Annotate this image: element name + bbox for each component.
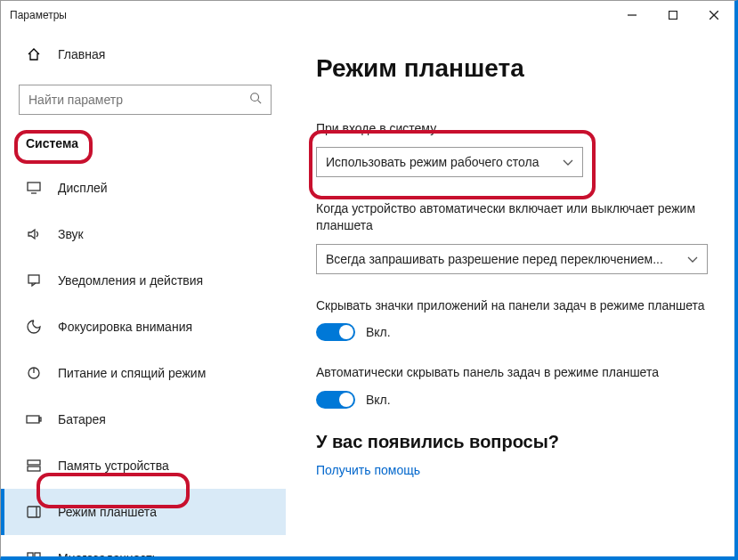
hidetaskbar-label: Автоматически скрывать панель задач в ре…: [316, 364, 715, 382]
toggle-state: Вкл.: [366, 325, 391, 339]
hideicons-toggle[interactable]: [316, 323, 355, 341]
section-title: Система: [1, 127, 286, 159]
search-input[interactable]: [28, 93, 249, 107]
display-icon: [26, 182, 42, 194]
auto-label: Когда устройство автоматически включает …: [316, 200, 715, 235]
minimize-button[interactable]: [612, 1, 653, 29]
nav-tablet[interactable]: Режим планшета: [1, 489, 286, 535]
chevron-down-icon: [563, 155, 573, 169]
nav-focus[interactable]: Фокусировка внимания: [1, 304, 286, 350]
svg-rect-1: [669, 12, 677, 20]
window-controls: [612, 1, 734, 29]
svg-rect-14: [28, 467, 40, 471]
toggle-state: Вкл.: [366, 393, 391, 407]
svg-point-4: [251, 93, 259, 101]
battery-icon: [26, 414, 42, 425]
nav-notifications[interactable]: Уведомления и действия: [1, 257, 286, 304]
home-icon: [26, 47, 42, 61]
focus-icon: [26, 320, 42, 334]
storage-icon: [26, 459, 42, 472]
svg-rect-11: [27, 416, 39, 423]
power-icon: [26, 366, 42, 380]
nav-label: Дисплей: [58, 181, 108, 195]
svg-rect-13: [28, 460, 40, 465]
svg-rect-15: [28, 507, 40, 517]
nav-battery[interactable]: Батарея: [1, 396, 286, 442]
help-title: У вас появились вопросы?: [316, 432, 715, 452]
nav-label: Уведомления и действия: [58, 273, 203, 288]
nav-label: Звук: [58, 227, 84, 241]
nav-label: Питание и спящий режим: [58, 366, 206, 380]
window-title: Параметры: [10, 9, 67, 21]
dropdown-value: Использовать режим рабочего стола: [326, 155, 539, 169]
nav-multitask[interactable]: Многозадачность: [1, 535, 286, 560]
nav-label: Режим планшета: [58, 505, 157, 519]
page-title: Режим планшета: [316, 54, 715, 83]
multitask-icon: [26, 552, 42, 560]
nav-label: Батарея: [58, 412, 106, 426]
help-link[interactable]: Получить помощь: [316, 463, 715, 477]
nav-label: Память устройства: [58, 459, 169, 473]
nav-label: Фокусировка внимания: [58, 320, 192, 334]
nav-label: Многозадачность: [58, 551, 158, 560]
svg-rect-8: [28, 275, 39, 283]
svg-line-5: [258, 101, 262, 104]
hideicons-label: Скрывать значки приложений на панели зад…: [316, 297, 715, 315]
nav-sound[interactable]: Звук: [1, 211, 286, 257]
signin-label: При входе в систему: [316, 120, 715, 138]
tablet-icon: [26, 506, 42, 518]
nav-display[interactable]: Дисплей: [1, 165, 286, 211]
notifications-icon: [26, 273, 42, 288]
svg-rect-6: [28, 183, 40, 191]
hidetaskbar-toggle[interactable]: [316, 391, 355, 409]
search-box[interactable]: [19, 85, 272, 115]
sidebar: Главная Система Дисплей Звук Уведомления…: [1, 29, 286, 556]
svg-rect-18: [35, 553, 40, 557]
signin-dropdown[interactable]: Использовать режим рабочего стола: [316, 147, 583, 177]
dropdown-value: Всегда запрашивать разрешение перед пере…: [326, 252, 663, 266]
svg-rect-12: [39, 418, 41, 421]
svg-rect-17: [28, 553, 33, 560]
chevron-down-icon: [687, 252, 698, 266]
nav-power[interactable]: Питание и спящий режим: [1, 350, 286, 396]
close-button[interactable]: [693, 1, 734, 29]
search-icon: [249, 92, 262, 108]
auto-dropdown[interactable]: Всегда запрашивать разрешение перед пере…: [316, 244, 708, 274]
titlebar: Параметры: [1, 1, 734, 29]
sound-icon: [26, 227, 42, 241]
home-link[interactable]: Главная: [1, 37, 286, 72]
maximize-button[interactable]: [653, 1, 693, 29]
content: Режим планшета При входе в систему Испол…: [286, 29, 734, 556]
home-label: Главная: [58, 47, 105, 61]
nav-storage[interactable]: Память устройства: [1, 442, 286, 489]
